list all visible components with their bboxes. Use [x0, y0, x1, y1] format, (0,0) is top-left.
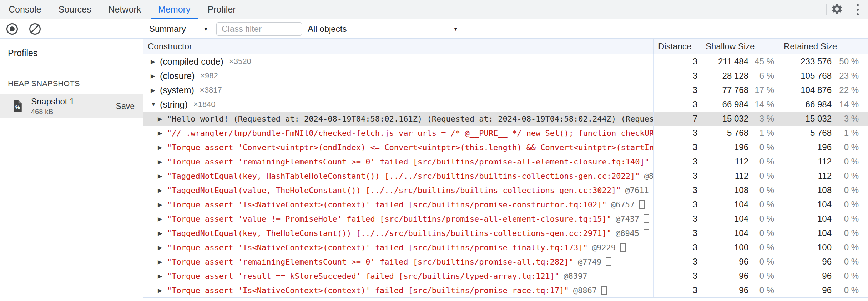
retained-size-value: 100 — [817, 242, 832, 252]
distance-cell: 3 — [653, 183, 701, 197]
grid-row[interactable]: ▶"Torque assert 'Convert<uintptr>(endInd… — [143, 140, 868, 154]
retained-size-value: 108 — [817, 185, 832, 195]
distance-cell: 3 — [653, 240, 701, 255]
grid-row[interactable]: ▼(string)×1840366 98414 %66 98414 % — [143, 97, 868, 112]
profiles-toolbar — [0, 19, 143, 38]
distance-cell: 3 — [653, 212, 701, 226]
missing-glyph-icon — [644, 229, 649, 237]
constructor-cell: ▶"Torque assert 'remainingElementsCount … — [143, 255, 653, 269]
expand-arrow-icon[interactable]: ▶ — [158, 144, 165, 151]
grid-row[interactable]: ▶"Torque assert 'Is<NativeContext>(conte… — [143, 240, 868, 255]
object-id: @7749 — [578, 257, 601, 266]
shallow-size-value: 96 — [739, 285, 748, 295]
expand-arrow-icon[interactable]: ▶ — [158, 230, 165, 237]
tab-console[interactable]: Console — [0, 0, 50, 19]
retained-size-percent: 0 % — [832, 257, 859, 267]
expand-arrow-icon[interactable]: ▶ — [158, 287, 165, 294]
objects-filter-select[interactable]: All objects ▼ — [308, 24, 458, 34]
tab-memory[interactable]: Memory — [150, 0, 199, 19]
expand-arrow-icon[interactable]: ▶ — [158, 130, 165, 137]
shallow-size-value: 108 — [734, 185, 748, 195]
snapshot-item[interactable]: % Snapshot 1 468 kB Save — [0, 94, 143, 118]
column-header-distance[interactable]: Distance — [653, 39, 701, 54]
take-snapshot-button[interactable] — [6, 23, 18, 35]
grid-row[interactable]: ▶(closure)×982328 1286 %105 76823 % — [143, 69, 868, 83]
expand-arrow-icon[interactable]: ▶ — [158, 216, 165, 222]
expand-arrow-icon[interactable]: ▶ — [158, 115, 165, 122]
grid-row[interactable]: ▶"Torque assert 'result == kStoreSuccede… — [143, 269, 868, 283]
shallow-size-percent: 1 % — [748, 128, 774, 138]
grid-row[interactable]: ▶"TaggedNotEqual(key, HashTableHoleConst… — [143, 169, 868, 183]
retained-size-percent: 1 % — [832, 128, 859, 138]
settings-button[interactable] — [827, 0, 847, 19]
string-value: "TaggedNotEqual(value, TheHoleConstant()… — [167, 186, 621, 195]
expand-arrow-icon[interactable]: ▶ — [158, 201, 165, 208]
chevron-down-icon: ▼ — [453, 26, 458, 32]
retained-size-cell: 1040 % — [779, 197, 868, 212]
retained-size-cell: 233 57650 % — [779, 54, 868, 69]
distance-cell: 3 — [653, 154, 701, 169]
retained-size-cell: 104 87622 % — [779, 83, 868, 97]
grid-row[interactable]: ▶"Torque assert 'remainingElementsCount … — [143, 154, 868, 169]
grid-row[interactable]: ▶"Torque assert 'value != PromiseHole' f… — [143, 212, 868, 226]
shallow-size-value: 96 — [739, 271, 748, 281]
shallow-size-cell: 15 0323 % — [701, 112, 779, 126]
retained-size-percent: 0 % — [832, 142, 859, 152]
grid-row[interactable]: ▶"TaggedNotEqual(key, TheHoleConstant())… — [143, 226, 868, 240]
string-value: "Torque assert 'Is<NativeContext>(contex… — [167, 200, 607, 209]
shallow-size-percent: 0 % — [748, 285, 774, 295]
retained-size-percent: 3 % — [832, 114, 859, 124]
missing-glyph-icon — [620, 243, 626, 252]
tab-network[interactable]: Network — [100, 0, 150, 19]
retained-size-value: 5 768 — [810, 128, 832, 138]
more-options-button[interactable] — [847, 0, 868, 19]
grid-row[interactable]: ▶"// .wrangler/tmp/bundle-FmNIt0/checked… — [143, 126, 868, 140]
distance-cell: 7 — [653, 112, 701, 126]
expand-arrow-icon[interactable]: ▶ — [158, 158, 165, 165]
string-value: "Torque assert 'remainingElementsCount >… — [167, 257, 574, 266]
retained-size-value: 96 — [822, 257, 832, 267]
expand-arrow-icon[interactable]: ▶ — [158, 258, 165, 265]
save-snapshot-link[interactable]: Save — [116, 102, 135, 111]
retained-size-percent: 50 % — [832, 56, 859, 66]
grid-row[interactable]: ▶(compiled code)×35203211 48445 %233 576… — [143, 54, 868, 69]
object-id: @9229 — [592, 243, 616, 252]
distance-cell: 3 — [653, 97, 701, 112]
perspective-select[interactable]: Summary ▼ — [149, 24, 208, 34]
clear-profiles-button[interactable] — [29, 23, 41, 35]
tab-sources[interactable]: Sources — [50, 0, 100, 19]
shallow-size-cell: 960 % — [701, 283, 779, 297]
retained-size-value: 96 — [822, 271, 832, 281]
grid-row[interactable]: ▶"Torque assert 'remainingElementsCount … — [143, 255, 868, 269]
expand-arrow-icon[interactable]: ▶ — [158, 273, 165, 280]
expand-arrow-icon[interactable]: ▶ — [158, 173, 165, 179]
expand-arrow-icon[interactable]: ▼ — [151, 101, 158, 108]
expand-arrow-icon[interactable]: ▶ — [158, 244, 165, 251]
column-header-constructor[interactable]: Constructor — [143, 39, 653, 54]
constructor-cell: ▶"TaggedNotEqual(key, HashTableHoleConst… — [143, 169, 653, 183]
expand-arrow-icon[interactable]: ▶ — [158, 187, 165, 194]
expand-arrow-icon[interactable]: ▶ — [151, 73, 158, 79]
grid-row[interactable]: ▶"Hello world! (Requested at: 2024-08-19… — [143, 112, 868, 126]
object-id: @8867 — [573, 286, 597, 295]
expand-arrow-icon[interactable]: ▶ — [151, 58, 158, 65]
missing-glyph-icon — [592, 272, 597, 280]
shallow-size-cell: 1000 % — [701, 240, 779, 255]
shallow-size-value: 104 — [734, 199, 748, 209]
grid-row[interactable]: ▶"Torque assert 'Is<NativeContext>(conte… — [143, 197, 868, 212]
expand-arrow-icon[interactable]: ▶ — [151, 87, 158, 94]
grid-rows: ▶(compiled code)×35203211 48445 %233 576… — [143, 54, 868, 298]
tabbar-spacer — [244, 0, 826, 19]
class-filter-input[interactable] — [216, 22, 302, 36]
shallow-size-cell: 960 % — [701, 255, 779, 269]
grid-row[interactable]: ▶"TaggedNotEqual(value, TheHoleConstant(… — [143, 183, 868, 197]
shallow-size-cell: 1960 % — [701, 140, 779, 154]
retained-size-percent: 0 % — [832, 242, 859, 252]
tab-profiler[interactable]: Profiler — [199, 0, 244, 19]
grid-row[interactable]: ▶(system)×3817377 76817 %104 87622 % — [143, 83, 868, 97]
column-header-retained-size[interactable]: Retained Size — [779, 39, 868, 54]
retained-size-cell: 66 98414 % — [779, 97, 868, 112]
column-header-shallow-size[interactable]: Shallow Size — [701, 39, 779, 54]
string-value: "TaggedNotEqual(key, TheHoleConstant()) … — [167, 229, 611, 238]
grid-row[interactable]: ▶"Torque assert 'Is<NativeContext>(conte… — [143, 283, 868, 297]
